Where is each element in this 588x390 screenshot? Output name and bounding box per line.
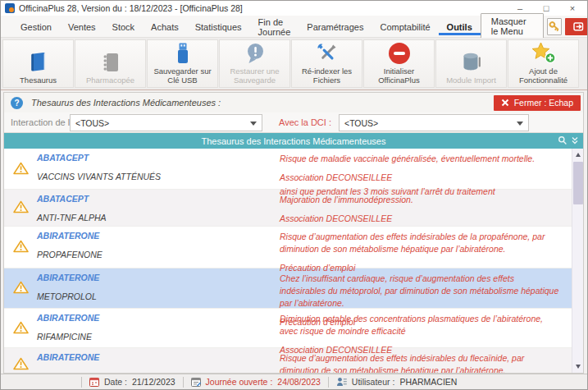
reindexer-button[interactable]: Ré-indexer les Fichiers bbox=[291, 39, 362, 88]
filter-row: Interaction de la DCI : <TOUS> Avec la D… bbox=[4, 112, 583, 133]
notebook-icon bbox=[98, 49, 123, 76]
calendar-edit-icon bbox=[191, 377, 201, 387]
scroll-up-icon bbox=[576, 153, 581, 157]
interactions-table: ABATACEPT VACCINS VIVANTS ATTÉNUÉS Risqu… bbox=[4, 149, 583, 373]
statusbar-date-group: Date : 21/12/2023 bbox=[81, 377, 183, 388]
dci-name: ABIRATERONE bbox=[37, 352, 271, 362]
collapse-chevrons-icon[interactable] bbox=[571, 135, 579, 145]
menu-tab-achats[interactable]: Achats bbox=[143, 18, 187, 35]
risk-text: Diminution notable des concentrations pl… bbox=[280, 313, 560, 337]
table-row[interactable]: ABATACEPT VACCINS VIVANTS ATTÉNUÉS Risqu… bbox=[4, 149, 572, 190]
vertical-scrollbar[interactable] bbox=[572, 149, 583, 373]
filter2-label: Avec la DCI : bbox=[279, 117, 331, 127]
avec-dci-value: <TOUS> bbox=[344, 118, 378, 128]
utilisateur-label: Utilisateur : bbox=[352, 377, 395, 387]
warning-icon bbox=[13, 162, 29, 177]
panel-title: Thesaurus des Interactions Médicamenteus… bbox=[31, 98, 221, 108]
table-row[interactable]: ABIRATERONE FLECAINIDE Risque d’augmenta… bbox=[4, 348, 572, 373]
risk-text: Risque d’augmentation des effets indésir… bbox=[280, 352, 560, 373]
app-logo-icon bbox=[5, 3, 15, 13]
table-row[interactable]: ABIRATERONE PROPAFENONE Risque d’augment… bbox=[4, 227, 572, 268]
masquer-menu-button[interactable]: Masquer le Menu bbox=[481, 13, 544, 39]
menu-tab-ventes[interactable]: Ventes bbox=[60, 18, 104, 35]
fermer-button[interactable]: Fermer : Echap bbox=[494, 95, 581, 111]
with-dci-name: PROPAFENONE bbox=[37, 250, 271, 259]
table-row[interactable]: ABIRATERONE RIFAMPICINE Diminution notab… bbox=[4, 309, 572, 348]
search-icon[interactable] bbox=[558, 135, 567, 145]
dci-name: ABIRATERONE bbox=[37, 273, 271, 282]
interaction-dci-select[interactable]: <TOUS> bbox=[70, 114, 262, 131]
toolbar: Thesaurus Pharmacopée Sauvegarder sur Cl… bbox=[1, 38, 587, 90]
scroll-down-icon bbox=[576, 365, 581, 369]
grid-header: Thesaurus des Interactions Médicamenteus… bbox=[4, 133, 583, 149]
utilisateur-value: PHARMACIEN bbox=[399, 377, 457, 387]
restaurer-sauvegarde-button: Restaurer une Sauvegarde bbox=[219, 39, 290, 88]
toolbar-button-label: Pharmacopée bbox=[77, 76, 144, 85]
menu-tab-gestion[interactable]: Gestion bbox=[12, 18, 60, 35]
risk-text: Risque de maladie vaccinale généralisée,… bbox=[280, 153, 560, 165]
menu-tab-stock[interactable]: Stock bbox=[104, 18, 144, 35]
table-row[interactable]: ABATACEPT ANTI-TNF ALPHA Majoration de l… bbox=[4, 190, 572, 227]
dci-name: ABATACEPT bbox=[37, 194, 271, 204]
status-bar: Date : 21/12/2023 Journée ouverte : 24/0… bbox=[1, 374, 587, 389]
sauvegarder-usb-button[interactable]: Sauvegarder sur Clé USB bbox=[147, 39, 218, 88]
with-dci-name: ANTI-TNF ALPHA bbox=[37, 213, 271, 223]
panel-header: ? Thesaurus des Interactions Médicamente… bbox=[4, 93, 583, 112]
dci-name: ABIRATERONE bbox=[37, 231, 271, 241]
usb-icon bbox=[171, 40, 195, 67]
journee-ouverte-label: Journée ouverte : bbox=[206, 377, 273, 387]
chevron-down-icon bbox=[517, 122, 523, 126]
date-label: Date : bbox=[104, 377, 127, 387]
menu-tab-comptabilite[interactable]: Comptabilité bbox=[371, 18, 438, 35]
key-icon bbox=[548, 21, 561, 33]
risk-text: Chez l’insuffisant cardiaque, risque d’a… bbox=[280, 273, 560, 310]
table-row-selected[interactable]: ABIRATERONE METOPROLOL Chez l’insuffisan… bbox=[4, 268, 572, 309]
severity-text: Association DECONSEILLEE bbox=[280, 172, 560, 184]
quitter-button[interactable]: Quitter bbox=[565, 18, 588, 35]
dci-name: ABIRATERONE bbox=[37, 313, 271, 323]
toolbar-button-label: Ré-indexer les Fichiers bbox=[294, 67, 361, 85]
thesaurus-button[interactable]: Thesaurus bbox=[2, 39, 74, 88]
menu-tab-fin-de-journee[interactable]: Fin de Journée bbox=[250, 13, 299, 40]
journee-ouverte-value: 24/08/2023 bbox=[277, 377, 321, 387]
scroll-down-button[interactable] bbox=[572, 360, 583, 373]
date-value: 21/12/2023 bbox=[132, 377, 175, 387]
dci-name: ABATACEPT bbox=[37, 153, 271, 163]
with-dci-name: VACCINS VIVANTS ATTÉNUÉS bbox=[37, 172, 271, 181]
key-button[interactable] bbox=[547, 18, 562, 35]
close-x-icon bbox=[501, 99, 509, 107]
restore-bubble-icon bbox=[243, 40, 267, 67]
menu-tab-statistiques[interactable]: Statistiques bbox=[187, 18, 250, 35]
star-plus-icon bbox=[531, 40, 557, 67]
menu-bar: Gestion Ventes Stock Achats Statistiques… bbox=[1, 16, 587, 38]
warning-icon bbox=[13, 200, 29, 215]
toolbar-button-label: Module Import bbox=[438, 76, 505, 85]
calendar-icon bbox=[89, 377, 99, 387]
ajout-fonctionnalite-button[interactable]: Ajout de Fonctionnalité bbox=[508, 39, 579, 88]
database-icon bbox=[459, 49, 484, 76]
warning-icon bbox=[13, 240, 29, 255]
user-icon bbox=[336, 377, 347, 387]
toolbar-button-label: Sauvegarder sur Clé USB bbox=[149, 67, 217, 85]
statusbar-journee-group: Journée ouverte : 24/08/2023 bbox=[183, 377, 328, 388]
initialiser-button[interactable]: Initialiser OfficinaPlus bbox=[363, 39, 435, 88]
thesaurus-panel: ? Thesaurus des Interactions Médicamente… bbox=[3, 92, 584, 374]
with-dci-name: FLECAINIDE bbox=[37, 371, 271, 373]
warning-icon bbox=[13, 357, 29, 372]
toolbar-button-label: Initialiser OfficinaPlus bbox=[366, 67, 433, 85]
avec-dci-select[interactable]: <TOUS> bbox=[339, 114, 529, 131]
module-import-button: Module Import bbox=[435, 39, 507, 88]
menu-tab-outils[interactable]: Outils bbox=[439, 18, 481, 35]
menu-tab-parametrages[interactable]: Paramétrages bbox=[299, 18, 371, 35]
window-title: OfficinaPlus 28, Version du : 18/12/2023… bbox=[19, 3, 243, 13]
warning-icon bbox=[13, 321, 29, 336]
risk-text: Majoration de l’immunodépression. bbox=[280, 194, 560, 206]
minus-circle-icon bbox=[389, 40, 410, 67]
interaction-dci-value: <TOUS> bbox=[75, 118, 109, 128]
with-dci-name: METOPROLOL bbox=[37, 291, 271, 301]
with-dci-name: RIFAMPICINE bbox=[37, 332, 271, 342]
pharmacopee-button: Pharmacopée bbox=[75, 39, 146, 88]
help-icon[interactable]: ? bbox=[11, 97, 23, 109]
scroll-up-button[interactable] bbox=[572, 149, 583, 161]
scrollbar-thumb[interactable] bbox=[573, 162, 583, 204]
